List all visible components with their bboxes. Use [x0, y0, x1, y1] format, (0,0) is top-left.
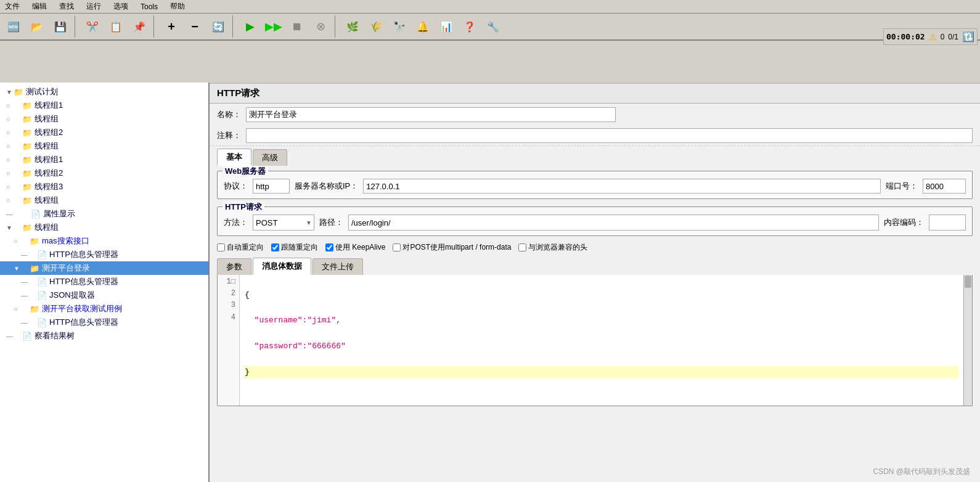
encoding-input[interactable]: [929, 214, 966, 231]
remote-stop-button[interactable]: 🌾: [365, 15, 387, 38]
menu-find[interactable]: 查找: [57, 0, 76, 13]
tree-item-thread1b[interactable]: ○ 📁 线程组: [0, 112, 208, 126]
tree-item-thread2a[interactable]: ○ 📁 线程组2: [0, 126, 208, 139]
menu-run[interactable]: 运行: [84, 0, 104, 13]
menu-tools[interactable]: Tools: [138, 1, 160, 12]
add-button[interactable]: +: [160, 15, 182, 38]
tree-label: 属性显示: [43, 208, 75, 219]
path-input[interactable]: [348, 214, 879, 231]
tab-body-data[interactable]: 消息体数据: [253, 258, 311, 275]
shutdown-button[interactable]: ⊗: [309, 15, 332, 38]
toolbar: 🆕 📂 💾 ✂️ 📋 📌 + − 🔄 ▶ ▶▶ ⏹ ⊗ 🌿 🌾 🔭 🔔 📊 ❓ …: [0, 14, 980, 41]
keep-alive-check[interactable]: 使用 KeepAlive: [325, 242, 385, 253]
browse-button[interactable]: 🔭: [388, 15, 410, 38]
tree-item-http-header-3[interactable]: — 📄 HTTP信息头管理器: [0, 316, 208, 329]
run-button[interactable]: ▶: [239, 15, 261, 38]
doc-icon: 📄: [37, 250, 47, 259]
tree-item-thread2c[interactable]: ○ 📁 线程组2: [0, 166, 208, 180]
name-label: 名称：: [217, 109, 241, 120]
browser-compat-check[interactable]: 与浏览器兼容的头: [518, 242, 587, 253]
new-button[interactable]: 🆕: [2, 15, 25, 38]
auto-redirect-check[interactable]: 自动重定向: [217, 242, 264, 253]
tree-item-result-tree[interactable]: — 📄 察看结果树: [0, 329, 208, 343]
tree-label: JSON提取器: [49, 290, 95, 301]
folder-icon: 📁: [14, 88, 23, 97]
help-button[interactable]: ❓: [459, 15, 481, 38]
menu-edit[interactable]: 编辑: [30, 0, 49, 13]
function-button[interactable]: 🔔: [412, 15, 434, 38]
tree-item-testcase[interactable]: ○ 📁 测开平台获取测试用例: [0, 302, 208, 316]
test-fragment-button[interactable]: 🔧: [482, 15, 504, 38]
web-server-legend: Web服务器: [223, 166, 268, 177]
tab-params[interactable]: 参数: [217, 258, 251, 275]
main-layout: ▼ 📁 测试计划 ○ 📁 线程组1 ○ 📁 线程组 ○ 📁 线程组2: [0, 83, 980, 482]
follow-redirect-check[interactable]: 跟随重定向: [271, 242, 318, 253]
tab-basic[interactable]: 基本: [217, 149, 251, 166]
port-label: 端口号：: [886, 181, 918, 192]
name-input[interactable]: [246, 107, 616, 122]
doc-icon: 📄: [37, 277, 47, 287]
remote-start-button[interactable]: 🌿: [341, 15, 364, 38]
method-wrapper: POST GET PUT DELETE: [253, 214, 314, 231]
line-numbers: 1□ 2 3 4: [218, 275, 240, 406]
log-button[interactable]: 📊: [435, 15, 457, 38]
code-line-3: "password":"666666": [245, 340, 958, 353]
paste-button[interactable]: 📌: [128, 15, 150, 38]
tab-file-upload[interactable]: 文件上传: [312, 258, 363, 275]
keep-alive-checkbox[interactable]: [325, 243, 333, 251]
auto-redirect-checkbox[interactable]: [217, 243, 225, 251]
line-num-2: 2: [221, 288, 235, 300]
tree-item-mas-search[interactable]: ○ 📁 mas搜索接口: [0, 234, 208, 248]
tree-item-login[interactable]: ▼ 📁 测开平台登录: [0, 261, 208, 275]
remove-button[interactable]: −: [184, 15, 206, 38]
copy-button[interactable]: 📋: [105, 15, 127, 38]
tree-item-thread1c2[interactable]: ○ 📁 线程组: [0, 139, 208, 153]
duplicate-button[interactable]: 🔄: [207, 15, 229, 38]
code-lines[interactable]: { "username":"jimi", "password":"666666"…: [240, 275, 963, 406]
tree-label: mas搜索接口: [42, 235, 89, 247]
open-button[interactable]: 📂: [26, 15, 48, 38]
tree-item-json-extractor[interactable]: — 📄 JSON提取器: [0, 288, 208, 302]
method-select[interactable]: POST GET PUT DELETE: [253, 214, 314, 231]
path-label: 路径：: [319, 217, 343, 228]
menu-file[interactable]: 文件: [2, 0, 22, 13]
tree-item-thread1a[interactable]: ○ 📁 线程组1: [0, 99, 208, 112]
tree-item-property[interactable]: — 📄 属性显示: [0, 207, 208, 221]
comment-input[interactable]: [246, 128, 973, 143]
stop-button[interactable]: ⏹: [286, 15, 308, 38]
tree-item-thread4[interactable]: ▼ 📁 线程组: [0, 221, 208, 234]
tree-item-test-plan[interactable]: ▼ 📁 测试计划: [0, 85, 208, 99]
connector-icon: ○: [6, 183, 14, 190]
menu-options[interactable]: 选项: [111, 0, 131, 13]
doc-icon: 📄: [37, 291, 47, 300]
protocol-input[interactable]: [253, 179, 290, 194]
tree-item-http-header-2[interactable]: — 📄 HTTP信息头管理器: [0, 275, 208, 288]
tab-advanced[interactable]: 高级: [253, 149, 287, 166]
run-no-pause-button[interactable]: ▶▶: [263, 15, 285, 38]
tree-item-thread-main[interactable]: ○ 📁 线程组: [0, 194, 208, 207]
follow-redirect-checkbox[interactable]: [271, 243, 279, 251]
multipart-check[interactable]: 对POST使用multipart / form-data: [393, 242, 511, 253]
connector-icon: ○: [6, 129, 14, 136]
tree-item-http-header-1[interactable]: — 📄 HTTP信息头管理器: [0, 248, 208, 261]
tree-item-thread3[interactable]: ○ 📁 线程组3: [0, 180, 208, 194]
browser-compat-checkbox[interactable]: [518, 243, 526, 251]
menu-help[interactable]: 帮助: [168, 0, 187, 13]
multipart-checkbox[interactable]: [393, 243, 401, 251]
port-input[interactable]: [923, 179, 966, 194]
auto-redirect-label: 自动重定向: [227, 242, 264, 253]
cut-button[interactable]: ✂️: [81, 15, 104, 38]
scrollbar-thumb[interactable]: [965, 276, 971, 288]
connector-icon: —: [6, 210, 14, 218]
server-input[interactable]: [363, 179, 881, 194]
code-scrollbar[interactable]: [963, 275, 972, 406]
code-line-1: {: [245, 289, 958, 302]
folder-icon: 📁: [22, 115, 32, 124]
toolbar-separator-3: [232, 15, 236, 38]
panel-title: HTTP请求: [210, 83, 980, 104]
folder-icon: 📁: [22, 169, 32, 178]
reload-icon[interactable]: 🔃: [962, 31, 974, 43]
server-label: 服务器名称或IP：: [295, 181, 358, 192]
save-button[interactable]: 💾: [49, 15, 71, 38]
tree-item-thread1c[interactable]: ○ 📁 线程组1: [0, 153, 208, 166]
